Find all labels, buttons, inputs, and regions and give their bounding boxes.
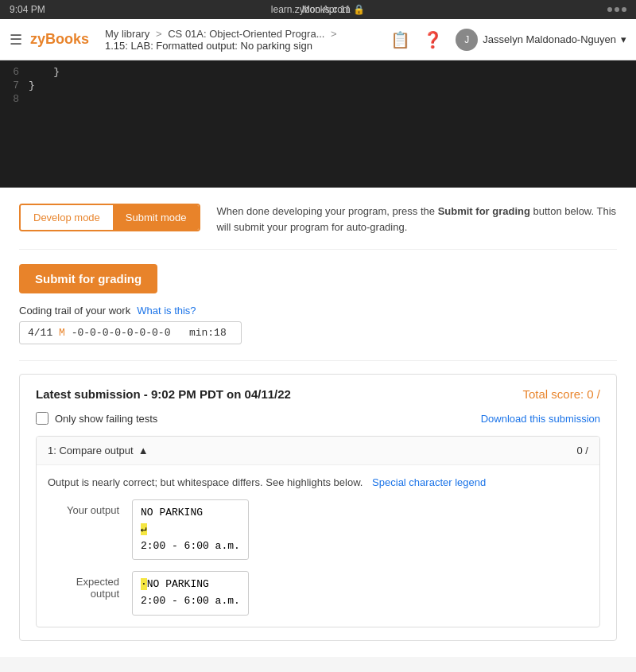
section-divider	[19, 360, 617, 361]
your-output-row: Your output NO PARKING ↵ 2:00 - 6:00 a.m…	[48, 499, 588, 560]
expected-output-line1: ·NO PARKING	[141, 577, 240, 593]
expected-output-box: ·NO PARKING 2:00 - 6:00 a.m.	[132, 571, 249, 616]
top-nav: ☰ zyBooks My library > CS 01A: Object-Or…	[0, 19, 636, 60]
status-url: learn.zybooks.com 🔒	[271, 4, 365, 15]
your-output-line2: ↵	[141, 522, 240, 538]
notebook-icon[interactable]: 📋	[390, 30, 410, 49]
submission-header: Latest submission - 9:02 PM PDT on 04/11…	[36, 387, 600, 401]
avatar: J	[456, 29, 478, 51]
main-content: Develop mode Submit mode When done devel…	[0, 188, 636, 657]
breadcrumb-library[interactable]: My library	[105, 28, 149, 40]
code-editor[interactable]: 6 } 7 } 8	[0, 60, 636, 188]
chevron-down-icon: ▾	[621, 33, 626, 45]
status-dots	[607, 7, 626, 12]
test-body: Output is nearly correct; but whitespace…	[37, 465, 599, 627]
your-output-label: Your output	[48, 499, 119, 516]
status-bar: 9:04 PM Mon Apr 11 learn.zybooks.com 🔒	[0, 0, 636, 19]
submit-section: Submit for grading	[19, 250, 617, 305]
coding-trail-box: 4/11 M -0-0-0-0-0-0-0-0 min:18	[19, 321, 242, 344]
output-comparison: Your output NO PARKING ↵ 2:00 - 6:00 a.m…	[48, 499, 588, 616]
total-score: Total score: 0 /	[522, 387, 600, 401]
submission-controls: Only show failing tests Download this su…	[36, 412, 600, 425]
code-line-8: 8	[6, 92, 636, 106]
mode-description: When done developing your program, press…	[216, 204, 617, 235]
submission-section: Latest submission - 9:02 PM PDT on 04/11…	[19, 374, 617, 641]
mode-buttons: Develop mode Submit mode	[19, 204, 200, 231]
develop-mode-button[interactable]: Develop mode	[21, 205, 113, 230]
submit-mode-button[interactable]: Submit mode	[113, 205, 200, 230]
zybooks-logo: zyBooks	[30, 31, 89, 48]
expected-output-label: Expected output	[48, 571, 119, 600]
hamburger-icon[interactable]: ☰	[10, 31, 22, 49]
expected-output-row: Expected output ·NO PARKING 2:00 - 6:00 …	[48, 571, 588, 616]
test-section: 1: Compare output ▲ 0 / Output is nearly…	[36, 436, 600, 627]
previous-submissions-section: 5 previous submissions	[0, 657, 636, 672]
submission-title: Latest submission - 9:02 PM PDT on 04/11…	[36, 387, 291, 401]
breadcrumb-course[interactable]: CS 01A: Object-Oriented Progra...	[168, 28, 324, 40]
coding-trail-label: Coding trail of your work What is this?	[19, 305, 617, 317]
chevron-up-icon: ▲	[138, 445, 149, 456]
submit-for-grading-button[interactable]: Submit for grading	[19, 264, 157, 293]
only-failing-checkbox[interactable]	[36, 412, 48, 425]
status-time: 9:04 PM	[10, 4, 45, 15]
test-header[interactable]: 1: Compare output ▲ 0 /	[37, 437, 599, 465]
special-legend-link[interactable]: Special character legend	[372, 476, 486, 488]
breadcrumb: My library > CS 01A: Object-Oriented Pro…	[105, 28, 340, 52]
nav-right: 📋 ❓ J Jasselyn Maldonado-Nguyen ▾	[390, 29, 626, 51]
breadcrumb-lab: 1.15: LAB: Formatted output: No parking …	[105, 40, 312, 52]
mode-section: Develop mode Submit mode When done devel…	[19, 204, 617, 250]
your-output-box: NO PARKING ↵ 2:00 - 6:00 a.m.	[132, 499, 249, 560]
nav-left: ☰ zyBooks My library > CS 01A: Object-Or…	[10, 28, 340, 52]
code-line-7: 7 }	[6, 79, 636, 92]
submit-grading-bold: Submit for grading	[438, 205, 530, 217]
help-icon[interactable]: ❓	[423, 30, 443, 49]
test-header-left: 1: Compare output ▲	[48, 445, 149, 456]
user-menu[interactable]: J Jasselyn Maldonado-Nguyen ▾	[456, 29, 626, 51]
your-output-line1: NO PARKING	[141, 505, 240, 522]
coding-trail-section: Coding trail of your work What is this? …	[19, 305, 617, 360]
only-failing-label[interactable]: Only show failing tests	[36, 412, 157, 425]
code-line-6: 6 }	[6, 65, 636, 79]
what-is-this-link[interactable]: What is this?	[137, 305, 196, 317]
expected-output-line2: 2:00 - 6:00 a.m.	[141, 593, 240, 610]
highlight-space: ·	[141, 578, 147, 590]
download-submission-link[interactable]: Download this submission	[481, 413, 600, 425]
username: Jasselyn Maldonado-Nguyen	[483, 33, 616, 45]
test-message: Output is nearly correct; but whitespace…	[48, 476, 588, 488]
highlight-newline: ↵	[141, 523, 147, 535]
your-output-line3: 2:00 - 6:00 a.m.	[141, 538, 240, 555]
test-score: 0 /	[577, 445, 588, 456]
